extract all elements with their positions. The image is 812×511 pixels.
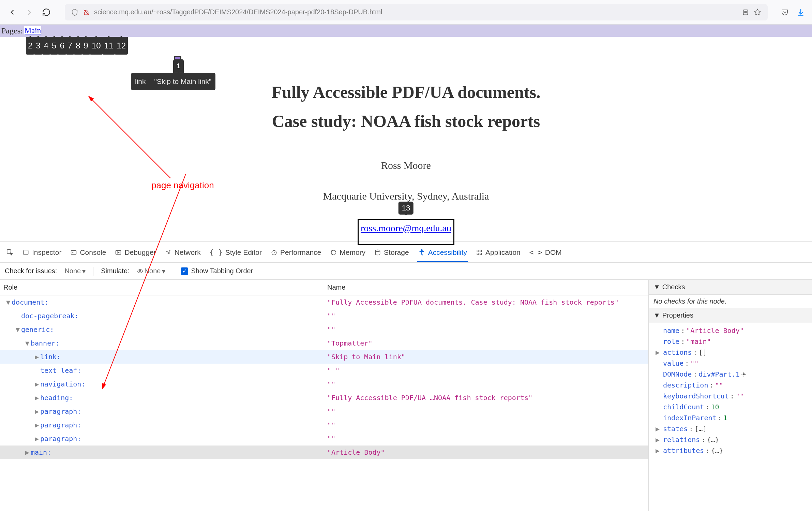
svg-rect-2 bbox=[743, 10, 748, 15]
simulate-dropdown[interactable]: None ▾ bbox=[137, 267, 166, 275]
tree-row[interactable]: ▶heading:"Fully Accessible PDF/UA …NOAA … bbox=[0, 391, 648, 405]
svg-rect-14 bbox=[477, 250, 479, 252]
reload-button[interactable] bbox=[41, 7, 52, 18]
tab-storage[interactable]: Storage bbox=[374, 246, 410, 259]
svg-rect-16 bbox=[477, 253, 479, 254]
download-icon[interactable] bbox=[796, 8, 805, 17]
forward-button[interactable] bbox=[24, 7, 35, 18]
tab-dom[interactable]: < > DOM bbox=[529, 246, 562, 259]
tab-order-badge: 3 bbox=[34, 37, 42, 55]
pocket-icon[interactable] bbox=[781, 8, 789, 16]
tree-header-name: Name bbox=[327, 283, 648, 291]
tree-row[interactable]: ▶main:"Article Body" bbox=[0, 446, 648, 459]
property-row[interactable]: description: "" bbox=[649, 380, 812, 391]
url-text: science.mq.edu.au/~ross/TaggedPDF/DEIMS2… bbox=[94, 8, 382, 16]
property-row[interactable]: ▶relations: {…} bbox=[649, 434, 812, 445]
doc-email-box: 13 ross.moore@mq.edu.au bbox=[358, 219, 454, 245]
tab-order-strip: 23456789101112 bbox=[26, 37, 127, 55]
devtools-subbar: Check for issues: None ▾ Simulate: None … bbox=[0, 263, 812, 280]
tab-order-badge: 1 bbox=[173, 59, 184, 73]
svg-point-18 bbox=[139, 270, 141, 272]
svg-point-12 bbox=[375, 250, 380, 251]
page-content: Pages: Main 23456789101112 1 link "Skip … bbox=[0, 25, 812, 242]
tab-order-badge: 5 bbox=[50, 37, 58, 55]
doc-affiliation: Macquarie University, Sydney, Australia bbox=[0, 190, 812, 202]
check-issues-dropdown[interactable]: None ▾ bbox=[64, 267, 86, 275]
tab-network[interactable]: Network bbox=[164, 246, 201, 259]
tree-row[interactable]: doc-pagebreak:"" bbox=[0, 309, 648, 323]
title-line-2: Case study: NOAA fish stock reports bbox=[272, 112, 540, 131]
svg-point-13 bbox=[421, 249, 422, 251]
tab-performance[interactable]: Performance bbox=[270, 246, 322, 259]
tab-order-badge: 11 bbox=[102, 37, 116, 55]
property-row[interactable]: name: "Article Body" bbox=[649, 325, 812, 336]
bookmark-star-icon[interactable] bbox=[753, 8, 762, 16]
tab-order-badge: 6 bbox=[58, 37, 66, 55]
property-row[interactable]: ▶states: […] bbox=[649, 423, 812, 434]
checkbox-checked-icon: ✓ bbox=[181, 267, 188, 275]
svg-rect-8 bbox=[71, 250, 76, 254]
devtools-right-panel: ▼ Checks No checks for this node. ▼ Prop… bbox=[648, 280, 812, 511]
reader-icon[interactable] bbox=[742, 9, 749, 16]
tab-order-badge: 10 bbox=[90, 37, 103, 55]
lock-slash-icon bbox=[82, 9, 90, 16]
tree-row[interactable]: ▶paragraph:"" bbox=[0, 405, 648, 418]
property-row[interactable]: childCount: 10 bbox=[649, 402, 812, 412]
tooltip-text: "Skip to Main link" bbox=[150, 73, 216, 90]
tab-debugger[interactable]: Debugger bbox=[114, 246, 156, 259]
tree-row[interactable]: ▶navigation:"" bbox=[0, 377, 648, 391]
url-bar[interactable]: science.mq.edu.au/~ross/TaggedPDF/DEIMS2… bbox=[65, 4, 768, 20]
simulate-label: Simulate: bbox=[101, 267, 129, 275]
devtools: Inspector Console Debugger Network { } S… bbox=[0, 242, 812, 511]
tab-accessibility[interactable]: Accessibility bbox=[417, 243, 468, 262]
svg-point-10 bbox=[272, 250, 276, 255]
svg-rect-7 bbox=[24, 250, 28, 254]
twisty-icon: ▼ bbox=[653, 283, 660, 291]
property-row[interactable]: ▶attributes: {…} bbox=[649, 445, 812, 456]
doc-author: Ross Moore bbox=[0, 160, 812, 171]
properties-section-header[interactable]: ▼ Properties bbox=[649, 308, 812, 323]
tree-row[interactable]: ▼generic:"" bbox=[0, 323, 648, 336]
svg-point-19 bbox=[743, 374, 745, 375]
browser-toolbar: science.mq.edu.au/~ross/TaggedPDF/DEIMS2… bbox=[0, 0, 812, 25]
show-tabbing-order-checkbox[interactable]: ✓ Show Tabbing Order bbox=[181, 267, 253, 275]
checks-section-header[interactable]: ▼ Checks bbox=[649, 280, 812, 295]
property-row[interactable]: ▶actions: [] bbox=[649, 347, 812, 358]
tree-row[interactable]: text leaf:" " bbox=[0, 364, 648, 377]
tab-order-badge: 8 bbox=[74, 37, 82, 55]
tab-console[interactable]: Console bbox=[70, 246, 107, 259]
property-row[interactable]: role: "main" bbox=[649, 336, 812, 347]
property-row[interactable]: indexInParent: 1 bbox=[649, 412, 812, 423]
pick-element-button[interactable] bbox=[5, 247, 14, 258]
devtools-tabs: Inspector Console Debugger Network { } S… bbox=[0, 242, 812, 263]
svg-rect-11 bbox=[332, 251, 335, 254]
doc-email-link[interactable]: ross.moore@mq.edu.au bbox=[361, 223, 451, 233]
accessibility-tooltip: 1 link "Skip to Main link" bbox=[131, 73, 215, 90]
back-button[interactable] bbox=[7, 7, 18, 18]
tab-order-badge: 7 bbox=[66, 37, 74, 55]
tab-order-badge: 2 bbox=[26, 37, 34, 55]
tab-order-badge: 4 bbox=[42, 37, 50, 55]
tab-order-badge: 12 bbox=[115, 37, 128, 55]
tree-row[interactable]: ▶link:"Skip to Main link" bbox=[0, 350, 648, 364]
svg-rect-17 bbox=[480, 253, 482, 254]
doc-title: Fully Accessible PDF/UA documents. Case … bbox=[0, 78, 812, 136]
tree-row[interactable]: ▶paragraph:"" bbox=[0, 418, 648, 432]
tab-style-editor[interactable]: { } Style Editor bbox=[209, 246, 262, 259]
property-row[interactable]: value: "" bbox=[649, 358, 812, 369]
tree-row[interactable]: ▼document:"Fully Accessible PDFUA docume… bbox=[0, 295, 648, 309]
tree-row[interactable]: ▼banner:"Topmatter" bbox=[0, 336, 648, 350]
tab-application[interactable]: Application bbox=[475, 246, 521, 259]
accessibility-tree-panel: Role Name ▼document:"Fully Accessible PD… bbox=[0, 280, 648, 511]
property-row[interactable]: keyboardShortcut: "" bbox=[649, 391, 812, 402]
check-issues-label: Check for issues: bbox=[5, 267, 57, 275]
pages-label: Pages: bbox=[1, 26, 23, 35]
checks-body: No checks for this node. bbox=[649, 295, 812, 308]
annotation-label: page navigation bbox=[151, 180, 214, 191]
tab-inspector[interactable]: Inspector bbox=[22, 246, 62, 259]
shield-icon bbox=[71, 9, 78, 16]
title-line-1: Fully Accessible PDF/UA documents. bbox=[272, 83, 541, 102]
tab-memory[interactable]: Memory bbox=[329, 246, 366, 259]
property-row[interactable]: DOMNode: div#Part.1 bbox=[649, 369, 812, 380]
tree-row[interactable]: ▶paragraph:"" bbox=[0, 432, 648, 446]
